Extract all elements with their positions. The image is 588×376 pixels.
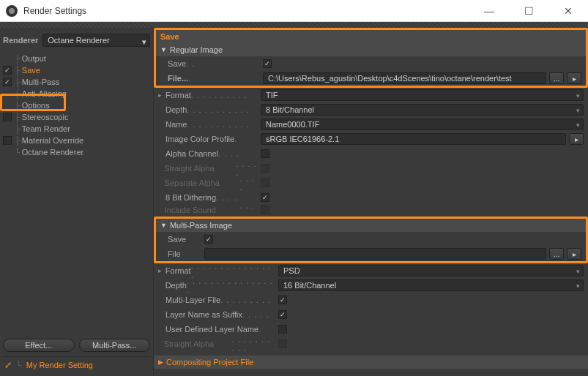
mp-go-button[interactable]: ▸ (567, 248, 581, 260)
chevron-down-icon: ▾ (576, 268, 580, 275)
app-icon (6, 5, 18, 17)
mp-format-label: Format (165, 266, 191, 275)
mp-file-label: File (168, 249, 181, 258)
regular-file-label: File... (168, 74, 188, 83)
minimize-button[interactable]: — (478, 5, 500, 17)
mp-depth-label: Depth (165, 281, 187, 290)
mp-straight-label: Straight Alpha (164, 339, 232, 348)
toolbar-gripper (0, 22, 588, 28)
tree-item-stereoscopic[interactable]: ├ Stereoscopic (0, 111, 153, 123)
straight-alpha-label: Straight Alpha (164, 164, 236, 173)
tree-item-multipass[interactable]: ├ Multi-Pass (0, 76, 153, 88)
format-label: Format (165, 91, 191, 99)
disclosure-triangle-icon: ▼ (160, 222, 167, 229)
regular-save-label: Save (168, 59, 186, 68)
mp-save-checkbox[interactable] (204, 235, 213, 244)
dither-checkbox[interactable] (261, 193, 269, 202)
section-compositing[interactable]: ▶ Compositing Project File (154, 356, 588, 369)
save-checkbox[interactable] (3, 66, 12, 75)
main-panel: Save ▼ Regular Image Save . . File... . … (154, 28, 588, 376)
chevron-down-icon: ▾ (142, 37, 146, 47)
lns-checkbox[interactable] (278, 310, 287, 319)
highlight-regular-top: Save ▼ Regular Image Save . . File... . … (154, 28, 588, 88)
udln-checkbox[interactable] (278, 325, 287, 334)
mlf-checkbox[interactable] (278, 296, 287, 304)
mp-file-input[interactable] (204, 248, 546, 260)
highlight-multipass-top: ▼ Multi-Pass Image Save File ... ▸ (154, 217, 588, 263)
regular-save-checkbox[interactable] (263, 59, 272, 68)
mp-format-dropdown[interactable]: PSD▾ (278, 265, 584, 277)
close-button[interactable]: ✕ (557, 5, 579, 17)
chevron-down-icon: ▾ (576, 282, 580, 290)
titlebar[interactable]: Render Settings — ☐ ✕ (0, 0, 588, 22)
stereoscopic-checkbox[interactable] (3, 113, 12, 121)
material-override-checkbox[interactable] (3, 136, 12, 145)
sound-checkbox (261, 206, 269, 214)
depth-label: Depth (165, 105, 187, 114)
svg-point-0 (9, 8, 15, 14)
depth-dropdown[interactable]: 8 Bit/Channel▾ (261, 104, 584, 116)
tab-header-save: Save (156, 30, 586, 43)
tree-item-octane-renderer[interactable]: └ Octane Renderer (0, 146, 153, 158)
sidebar: Renderer Octane Renderer ▾ ├ Output ├ Sa… (0, 28, 154, 376)
tree-item-antialiasing[interactable]: ├ Anti-Aliasing (0, 88, 153, 99)
render-setting-name: My Render Setting (26, 361, 93, 369)
multipass-button[interactable]: Multi-Pass... (79, 339, 151, 352)
mp-straight-checkbox (278, 339, 287, 348)
name-dropdown[interactable]: Name0000.TIF▾ (261, 119, 584, 130)
tree-item-save[interactable]: ├ Save (0, 64, 153, 76)
section-multipass-image[interactable]: ▼ Multi-Pass Image (156, 219, 586, 232)
icp-input[interactable]: sRGB IEC61966-2.1 (261, 133, 566, 145)
renderer-value: Octane Renderer (48, 36, 109, 45)
mp-browse-button[interactable]: ... (549, 248, 564, 260)
icp-go-button[interactable]: ▸ (569, 133, 584, 145)
sound-label: Include Sound (165, 206, 240, 214)
expander-icon[interactable]: ▸ (158, 91, 165, 99)
renderer-dropdown[interactable]: Octane Renderer ▾ (42, 34, 150, 47)
tree-item-options[interactable]: ├ Options (0, 99, 153, 111)
alpha-checkbox[interactable] (261, 149, 269, 158)
name-label: Name (165, 120, 187, 129)
dither-label: 8 Bit Dithering (165, 193, 216, 202)
maximize-button[interactable]: ☐ (518, 5, 540, 17)
regular-file-input[interactable]: C:\Users\Rebus_agustin\Desktop\c4dScenes… (263, 72, 546, 84)
settings-tree: ├ Output ├ Save ├ Multi-Pass ├ Anti-Alia… (0, 53, 153, 158)
alpha-label: Alpha Channel (165, 149, 218, 158)
expander-icon[interactable]: ▸ (158, 267, 165, 274)
separate-alpha-checkbox (261, 178, 269, 187)
lns-label: Layer Name as Suffix (165, 310, 242, 319)
disclosure-triangle-icon: ▼ (160, 46, 167, 53)
browse-button[interactable]: ... (549, 72, 564, 84)
icp-label: Image Color Profile (165, 135, 234, 143)
udln-label: User Defined Layer Name (165, 325, 258, 334)
tree-item-team-render[interactable]: ├ Team Render (0, 123, 153, 135)
disclosure-triangle-icon: ▶ (158, 358, 163, 366)
mp-save-label: Save (168, 235, 186, 244)
chevron-down-icon: ▾ (576, 121, 580, 129)
section-regular-image[interactable]: ▼ Regular Image (156, 43, 586, 56)
renderer-label: Renderer (3, 36, 38, 45)
effect-button[interactable]: Effect... (3, 339, 75, 352)
separate-alpha-label: Separate Alpha (165, 178, 240, 187)
render-settings-window: Render Settings — ☐ ✕ Renderer Octane Re… (0, 0, 588, 376)
tree-item-material-override[interactable]: ├ Material Override (0, 135, 153, 146)
chevron-down-icon: ▾ (576, 92, 580, 99)
chevron-down-icon: ▾ (576, 107, 580, 114)
expand-icon: ⤢ (4, 360, 12, 370)
straight-alpha-checkbox (261, 164, 269, 173)
mp-depth-dropdown[interactable]: 16 Bit/Channel▾ (278, 279, 584, 291)
render-setting-row[interactable]: ⤢ └ My Render Setting (3, 356, 150, 373)
path-go-button[interactable]: ▸ (567, 72, 581, 84)
multipass-checkbox[interactable] (3, 78, 12, 86)
tree-item-output[interactable]: ├ Output (0, 53, 153, 64)
format-dropdown[interactable]: TIF▾ (261, 89, 584, 101)
mlf-label: Multi-Layer File (165, 296, 220, 304)
window-title: Render Settings (23, 6, 478, 16)
